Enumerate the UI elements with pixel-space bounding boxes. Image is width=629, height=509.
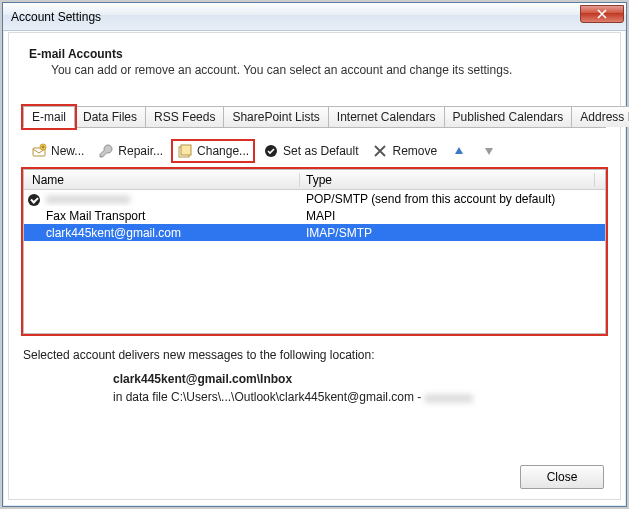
col-type[interactable]: Type — [300, 173, 595, 187]
delivery-location-details: clark445kent@gmail.com\Inbox in data fil… — [113, 370, 606, 407]
tab-published-calendars[interactable]: Published Calendars — [444, 106, 573, 127]
account-row[interactable]: Fax Mail Transport MAPI — [24, 207, 605, 224]
account-name: clark445kent@gmail.com — [24, 226, 300, 240]
set-default-button[interactable]: Set as Default — [259, 141, 362, 161]
window-title: Account Settings — [11, 10, 580, 24]
change-label: Change... — [197, 144, 249, 158]
tab-internet-calendars[interactable]: Internet Calendars — [328, 106, 445, 127]
account-row[interactable]: clark445kent@gmail.com IMAP/SMTP — [24, 224, 605, 241]
remove-icon — [372, 143, 388, 159]
account-settings-window: Account Settings E-mail Accounts You can… — [2, 2, 627, 507]
remove-button[interactable]: Remove — [368, 141, 441, 161]
account-type: POP/SMTP (send from this account by defa… — [300, 192, 605, 206]
svg-rect-3 — [181, 145, 191, 155]
move-down-button[interactable] — [477, 141, 501, 161]
window-close-button[interactable] — [580, 5, 624, 23]
new-button[interactable]: New... — [27, 141, 88, 161]
remove-label: Remove — [392, 144, 437, 158]
delivery-file: in data file C:\Users\...\Outlook\clark4… — [113, 388, 606, 407]
tab-address-books[interactable]: Address Books — [571, 106, 629, 127]
account-row[interactable]: xxxxxxxxxxxxxx POP/SMTP (send from this … — [24, 190, 605, 207]
tab-email[interactable]: E-mail — [23, 106, 75, 128]
move-up-button[interactable] — [447, 141, 471, 161]
delivery-location-label: Selected account delivers new messages t… — [23, 348, 606, 362]
set-default-label: Set as Default — [283, 144, 358, 158]
col-name[interactable]: Name — [24, 173, 300, 187]
titlebar: Account Settings — [3, 3, 626, 31]
tab-sharepoint-lists[interactable]: SharePoint Lists — [223, 106, 328, 127]
tab-data-files[interactable]: Data Files — [74, 106, 146, 127]
change-icon — [177, 143, 193, 159]
change-button[interactable]: Change... — [173, 141, 253, 161]
repair-label: Repair... — [118, 144, 163, 158]
footer: Close — [520, 465, 604, 489]
new-label: New... — [51, 144, 84, 158]
accounts-list[interactable]: Name Type xxxxxxxxxxxxxx POP/SMTP (send … — [23, 169, 606, 334]
repair-button[interactable]: Repair... — [94, 141, 167, 161]
list-header: Name Type — [24, 170, 605, 190]
section-title: E-mail Accounts — [29, 47, 606, 61]
close-button[interactable]: Close — [520, 465, 604, 489]
delivery-folder: clark445kent@gmail.com\Inbox — [113, 370, 606, 388]
arrow-down-icon — [481, 143, 497, 159]
account-type: MAPI — [300, 209, 605, 223]
new-icon — [31, 143, 47, 159]
section-subtitle: You can add or remove an account. You ca… — [51, 63, 606, 77]
account-type: IMAP/SMTP — [300, 226, 605, 240]
tabs: E-mail Data Files RSS Feeds SharePoint L… — [23, 105, 606, 128]
close-icon — [597, 9, 607, 19]
account-name: xxxxxxxxxxxxxx — [46, 192, 130, 206]
repair-icon — [98, 143, 114, 159]
account-name: Fax Mail Transport — [24, 209, 300, 223]
tab-rss-feeds[interactable]: RSS Feeds — [145, 106, 224, 127]
dialog-body: E-mail Accounts You can add or remove an… — [8, 32, 621, 500]
check-circle-icon — [263, 143, 279, 159]
arrow-up-icon — [451, 143, 467, 159]
toolbar: New... Repair... Change... Set as Defaul… — [23, 138, 606, 164]
